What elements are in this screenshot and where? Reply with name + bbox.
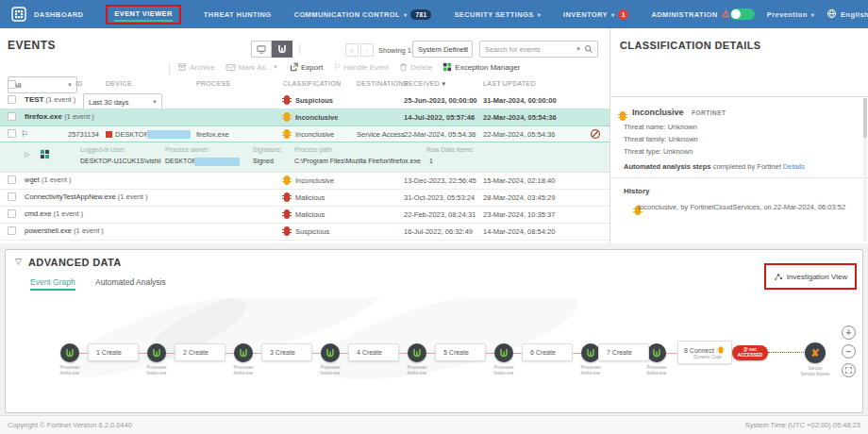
row-checkbox[interactable] [8,209,16,218]
event-box[interactable]: 7 Create [598,343,649,361]
first-page-button[interactable]: |‹ [345,43,359,57]
process-node[interactable] [60,343,79,362]
event-box[interactable]: 5 Create [435,343,486,361]
event-graph: Processesfirefox.exe Processesfirefox.ex… [6,297,862,412]
zoom-out-button[interactable]: − [842,344,856,359]
process-node[interactable] [494,343,513,362]
chevron-down-icon[interactable]: ▼ [576,46,581,52]
flag-icon[interactable]: ⚐ [21,129,28,139]
mark-as-button[interactable]: Mark As.. ▼ [225,63,278,72]
event-box[interactable]: 4 Create [348,343,399,361]
process-node[interactable] [147,343,166,362]
col-last-updated[interactable]: LAST UPDATED [483,80,536,87]
selected-event-row[interactable]: ⚐ 25731134 DESKTOP- firefox.exe Inconclu… [0,125,609,142]
zoom-in-button[interactable]: + [842,326,856,340]
classification-icon [284,192,290,202]
advanced-data-panel: ▽ ADVANCED DATA Event Graph Automated An… [5,249,863,413]
inconclusive-icon [719,346,724,354]
divider [610,96,868,97]
history-entry: Inconclusive, by FortinetCloudServices, … [638,203,845,211]
row-checkbox[interactable] [8,175,16,184]
col-device[interactable]: DEVICE [106,80,132,87]
fit-view-button[interactable] [842,363,856,377]
table-row[interactable]: cmd.exe (1 event ) Malicious 22-Feb-2023… [0,206,609,224]
divider [610,177,868,178]
table-row[interactable]: TEST (1 event ) Suspicious 25-Jun-2023, … [0,92,609,109]
nav-security-settings[interactable]: SECURITY SETTINGS ▾ [454,10,541,19]
event-box[interactable]: 3 Create [261,343,312,361]
table-row[interactable]: wget (1 event ) Inconclusive 13-Dec-2023… [0,172,609,190]
search-input[interactable] [480,45,576,54]
col-destinations[interactable]: DESTINATIONS [357,80,409,87]
scrollbar-thumb[interactable] [863,98,867,138]
view-filter-select[interactable]: System Defined▼ [412,41,473,58]
row-checkbox[interactable] [8,192,16,201]
mode-selector[interactable]: Prevention▾ [767,10,814,19]
service-node[interactable]: ✘ [805,342,826,363]
table-row[interactable]: powershell.exe (1 event ) Suspicious 16-… [0,223,609,241]
connect-event-box[interactable]: 8 Connect Dynamic Code [677,341,732,364]
chevron-down-icon: ▼ [273,64,278,70]
expander-icon[interactable]: ▷ [25,151,29,159]
process-node[interactable] [581,343,600,362]
nav-inventory[interactable]: INVENTORY ▾ 1 [563,9,628,20]
monitor-icon [256,44,267,55]
nav-dashboard[interactable]: DASHBOARD [34,10,83,19]
row-checkbox[interactable] [8,95,16,104]
col-process[interactable]: PROCESS [196,80,230,87]
language-selector[interactable]: English▾ [826,8,868,21]
event-box[interactable]: 1 Create [88,343,139,361]
tab-event-graph[interactable]: Event Graph [30,277,75,291]
handle-event-button[interactable]: ⚐ Handle Event [333,63,389,72]
target-pill[interactable]: @ svc ACCESSED [732,345,768,360]
row-checkbox[interactable] [8,129,16,138]
process-node[interactable] [647,343,666,362]
details-link[interactable]: Details [783,162,805,171]
fortinet-logo-icon [11,7,26,25]
process-node[interactable] [234,343,253,362]
col-classification[interactable]: CLASSIFICATION [283,80,341,87]
prevention-mode-toggle[interactable] [730,8,755,20]
collapse-icon[interactable]: ▽ [15,257,22,266]
archive-icon [177,62,187,72]
verdict-label: Inconclusive [632,108,684,117]
col-id[interactable]: ID [75,80,83,87]
row-checkbox[interactable] [8,112,16,121]
list-view-button[interactable] [251,41,272,58]
inventory-alert-badge: 1 [618,9,628,20]
nav-event-viewer[interactable]: EVENT VIEWER [114,9,172,18]
tools-icon: ✘ [810,348,819,359]
events-panel: EVENTS | |‹ ‹ Showing 1-7/7 › ›| System … [0,28,610,244]
table-row[interactable]: ConnectivityTestAppNew.exe (1 event ) Ma… [0,189,609,207]
exception-manager-button[interactable]: Exception Manager [442,62,520,72]
event-detail-row: ▷ Logged-in User: DESKTOP-U1CUK1S\vishii… [0,142,609,173]
threat-name: Threat name: Unknown [624,123,697,131]
table-row-selected-group[interactable]: firefox.exe (1 event ) Inconclusive 14-J… [0,108,609,126]
classification-icon [284,226,290,236]
node-caption: Processesfirefox.exe [308,365,353,376]
tab-automated-analysis[interactable]: Automated Analysis [95,277,166,287]
archive-button[interactable]: Archive [177,62,215,72]
nav-threat-hunting[interactable]: THREAT HUNTING [204,10,272,19]
process-view-button[interactable] [272,41,292,58]
sort-desc-icon: ▾ [442,80,445,87]
col-received[interactable]: RECEIVED ▾ [404,80,445,88]
event-box[interactable]: 6 Create [522,343,573,361]
process-node[interactable] [408,343,426,362]
node-caption: Processesfirefox.exe [634,365,679,376]
search-icon[interactable] [584,44,593,54]
export-button[interactable]: Export [289,62,323,72]
delete-button[interactable]: Delete [399,62,432,72]
event-box[interactable]: 2 Create [175,343,225,361]
nav-administration[interactable]: ADMINISTRATION ⚠ [651,9,729,19]
automated-analysis-line: Automated analysis steps completed by Fo… [624,162,805,171]
row-checkbox[interactable] [8,226,16,235]
investigation-view-button[interactable]: Investigation View [774,272,847,281]
search-box: ▼ [479,41,598,58]
select-all-checkbox[interactable] [8,80,16,89]
node-caption: Processesfirefox.exe [568,365,613,376]
process-node[interactable] [321,343,340,362]
nav-communication-control[interactable]: COMMUNICATION CONTROL ▾ 781 [294,9,432,20]
prev-page-button[interactable]: ‹ [360,43,374,57]
node-caption: Processesfirefox.exe [221,365,266,376]
